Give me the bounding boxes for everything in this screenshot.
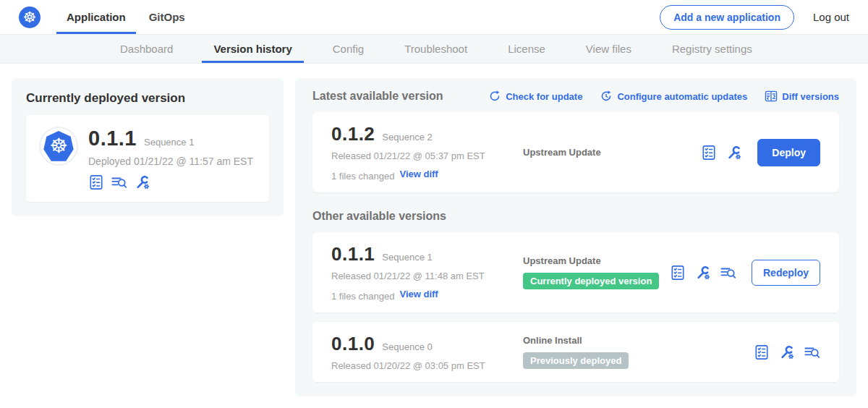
sequence-label: Sequence 2	[382, 132, 432, 143]
edit-config-icon[interactable]	[135, 174, 150, 190]
released-timestamp: Released 01/21/22 @ 05:37 pm EST	[331, 150, 523, 161]
deployed-timestamp: Deployed 01/21/22 @ 11:57 am EST	[88, 156, 253, 167]
deploy-logs-icon[interactable]	[720, 265, 736, 281]
deployed-version-card: ☸ 0.1.1 Sequence 1 Deployed 01/21/22 @ 1…	[26, 115, 269, 202]
preflight-checks-icon[interactable]	[754, 344, 770, 360]
deployed-panel-title: Currently deployed version	[26, 91, 269, 106]
sequence-label: Sequence 0	[382, 341, 432, 352]
version-source-label: Online Install	[523, 335, 754, 346]
version-row-0-1-1: 0.1.1 Sequence 1 Released 01/21/22 @ 11:…	[312, 232, 839, 313]
version-row-0-1-0: 0.1.0 Sequence 0 Released 01/20/22 @ 03:…	[312, 322, 839, 382]
previously-deployed-badge: Previously deployed	[523, 352, 629, 369]
deployed-version-number: 0.1.1	[88, 127, 137, 150]
top-navbar: ☸ Application GitOps Add a new applicati…	[0, 0, 868, 34]
latest-version-header: Latest available version	[312, 90, 443, 103]
version-number: 0.1.2	[331, 123, 375, 145]
tab-gitops-label: GitOps	[149, 11, 185, 23]
files-changed-label: 1 files changed	[331, 171, 394, 182]
app-icon: ☸	[39, 127, 78, 166]
kubernetes-helm-icon: ☸	[43, 130, 75, 162]
other-versions-header: Other available versions	[312, 210, 839, 223]
tab-registry-settings[interactable]: Registry settings	[660, 35, 764, 63]
app-tabs: Application GitOps	[56, 0, 195, 34]
preflight-checks-icon[interactable]	[670, 265, 686, 281]
deploy-logs-icon[interactable]	[804, 344, 820, 360]
edit-config-icon[interactable]	[726, 145, 742, 161]
section-tabbar: Dashboard Version history Config Trouble…	[0, 34, 868, 64]
version-history-panel: Latest available version Check for updat…	[295, 78, 856, 396]
view-diff-link[interactable]: View diff	[399, 289, 438, 299]
tab-config[interactable]: Config	[321, 35, 375, 63]
redeploy-button[interactable]: Redeploy	[752, 260, 820, 286]
sequence-label: Sequence 1	[382, 252, 432, 263]
edit-config-icon[interactable]	[779, 344, 795, 360]
deploy-logs-icon[interactable]	[111, 174, 127, 190]
view-diff-link[interactable]: View diff	[399, 169, 438, 179]
currently-deployed-badge: Currently deployed version	[523, 273, 659, 289]
check-for-update-link[interactable]: Check for update	[488, 90, 582, 103]
tab-gitops[interactable]: GitOps	[139, 0, 195, 34]
tab-dashboard[interactable]: Dashboard	[109, 35, 184, 63]
diff-icon	[765, 90, 778, 103]
kubernetes-logo-icon: ☸	[19, 7, 41, 28]
released-timestamp: Released 01/21/22 @ 11:48 am EST	[331, 271, 523, 281]
configure-automatic-updates-link[interactable]: Configure automatic updates	[600, 90, 747, 103]
version-source-label: Upstream Update	[523, 147, 701, 158]
released-timestamp: Released 01/20/22 @ 03:05 pm EST	[331, 360, 523, 371]
tab-troubleshoot[interactable]: Troubleshoot	[393, 35, 479, 63]
tab-application-label: Application	[67, 11, 126, 23]
tab-view-files[interactable]: View files	[574, 35, 643, 63]
version-number: 0.1.1	[331, 243, 375, 265]
tab-license[interactable]: License	[496, 35, 557, 63]
diff-versions-link[interactable]: Diff versions	[765, 90, 839, 103]
files-changed-label: 1 files changed	[331, 291, 394, 302]
add-application-button[interactable]: Add a new application	[660, 5, 794, 30]
version-source-label: Upstream Update	[523, 255, 670, 266]
currently-deployed-panel: Currently deployed version ☸ 0.1.1 Seque…	[12, 78, 284, 216]
version-number: 0.1.0	[331, 333, 375, 355]
refresh-icon	[488, 90, 501, 103]
preflight-checks-icon[interactable]	[88, 174, 104, 190]
tab-version-history[interactable]: Version history	[202, 35, 303, 63]
tab-application[interactable]: Application	[56, 0, 136, 34]
edit-config-icon[interactable]	[695, 265, 711, 281]
deployed-sequence-label: Sequence 1	[144, 137, 194, 148]
deploy-button[interactable]: Deploy	[757, 139, 820, 166]
logout-button[interactable]: Log out	[813, 11, 849, 23]
preflight-checks-icon[interactable]	[701, 145, 717, 161]
clock-refresh-icon	[600, 90, 613, 103]
version-row-0-1-2: 0.1.2 Sequence 2 Released 01/21/22 @ 05:…	[312, 112, 839, 192]
